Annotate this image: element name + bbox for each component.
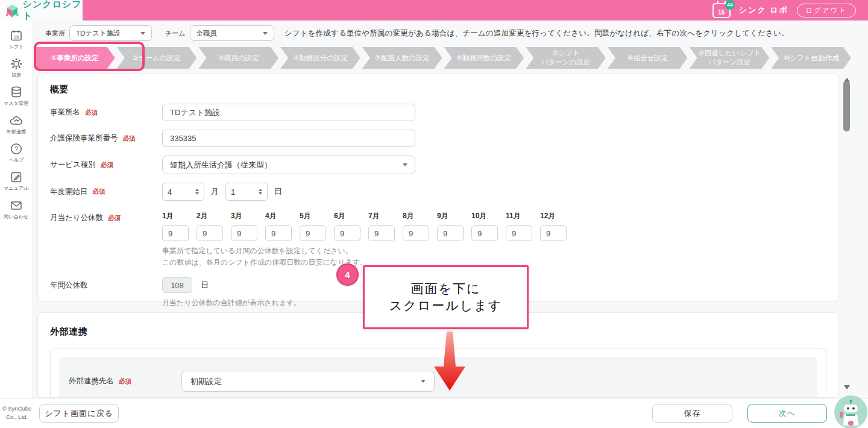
wizard-step-5[interactable]: ⑤配置人数の設定	[362, 47, 442, 69]
svg-text:?: ?	[14, 145, 18, 153]
sidebar-item-shift[interactable]: 15シフト	[0, 27, 33, 52]
annotation-text-line1: 画面を下に	[411, 280, 481, 297]
sidebar-item-label: マスタ管理	[4, 100, 29, 107]
manual-icon	[10, 171, 23, 184]
robot-avatar[interactable]	[834, 395, 867, 428]
sidebar-item-contact[interactable]: 問い合わせ	[0, 197, 33, 222]
month-column-5: 5月	[300, 211, 326, 241]
wizard-step-3[interactable]: ③職員の設定	[198, 47, 278, 69]
annotation-callout: 画面を下に スクロールします	[363, 265, 529, 329]
office-name-input[interactable]	[162, 104, 415, 121]
header-calendar-day: 15	[718, 8, 725, 17]
mail-icon	[10, 199, 23, 212]
fiscal-start-day-stepper[interactable]: 1	[225, 183, 268, 201]
team-select[interactable]: 全職員	[190, 25, 274, 41]
sidebar-item-settings[interactable]: 設定	[0, 55, 33, 81]
month-column-7: 7月	[368, 211, 395, 241]
office-label: 事業所	[45, 29, 65, 38]
wizard-step-4[interactable]: ④勤務区分の設定	[280, 47, 360, 69]
service-type-row: サービス種別 必須 短期入所生活介護（従来型）	[50, 156, 826, 174]
service-type-select[interactable]: 短期入所生活介護（従来型）	[162, 156, 415, 174]
required-badge: 必須	[123, 134, 136, 143]
monthly-holidays-inputs: 1月2月3月4月5月6月7月8月9月10月11月12月	[162, 211, 567, 241]
cube-logo-icon	[5, 2, 19, 18]
day-unit: 日	[274, 186, 282, 197]
wizard-step-1[interactable]: ①事業所の設定	[35, 47, 115, 69]
team-select-value: 全職員	[197, 29, 218, 38]
fiscal-start-day-value: 1	[231, 187, 235, 197]
month-column-8: 8月	[403, 211, 429, 241]
fiscal-start-label: 年度開始日	[50, 187, 88, 197]
office-select-value: TDテスト施設	[76, 29, 121, 38]
scrollbar-down-arrow[interactable]	[844, 385, 850, 392]
monthly-holidays-row: 月当たり公休数 必須 1月2月3月4月5月6月7月8月9月10月11月12月	[50, 211, 826, 241]
wizard-step-6[interactable]: ⑥勤務回数の設定	[444, 47, 524, 69]
svg-text:15: 15	[14, 34, 19, 40]
month-column-1: 1月	[162, 211, 189, 241]
monthly-holiday-input-11[interactable]	[506, 225, 532, 241]
wizard-step-2[interactable]: ②チームの設定	[117, 47, 197, 69]
app-logo[interactable]: シンクロシフト	[0, 0, 83, 20]
notification-badge: 44	[725, 0, 735, 10]
fiscal-start-month-value: 4	[168, 187, 172, 197]
chevron-down-icon	[403, 163, 407, 169]
monthly-holiday-input-4[interactable]	[265, 225, 292, 241]
required-badge: 必須	[108, 214, 121, 222]
monthly-holiday-input-3[interactable]	[231, 225, 257, 241]
fiscal-start-month-stepper[interactable]: 4	[162, 183, 204, 201]
chevron-down-icon	[421, 380, 426, 385]
sidebar-item-help[interactable]: ?ヘルプ	[0, 140, 33, 166]
monthly-holiday-input-12[interactable]	[540, 225, 567, 241]
sidebar-item-label: 設定	[11, 72, 21, 78]
app-root: シンクロシフト 15 44 シンク ロボ ログアウト 15シフト設定マスタ管理外…	[0, 0, 868, 428]
cloud-sync-icon	[9, 114, 24, 127]
wizard-stepbar: ①事業所の設定②チームの設定③職員の設定④勤務区分の設定⑤配置人数の設定⑥勤務回…	[35, 47, 851, 69]
sidebar-item-external[interactable]: 外部連携	[0, 112, 33, 137]
sidebar: 15シフト設定マスタ管理外部連携?ヘルプマニュアル問い合わせ	[0, 20, 33, 398]
wizard-step-9[interactable]: ⑨回避したいシフトパターン設定	[690, 47, 770, 69]
sidebar-item-label: 問い合わせ	[4, 213, 29, 220]
wizard-step-8[interactable]: ⑧組合せ設定	[608, 47, 688, 69]
monthly-holiday-input-10[interactable]	[471, 225, 498, 241]
header-calendar-icon[interactable]: 15 44	[712, 3, 731, 18]
sidebar-item-manual[interactable]: マニュアル	[0, 169, 33, 194]
team-label: チーム	[165, 29, 186, 38]
month-column-9: 9月	[437, 211, 464, 241]
month-label: 6月	[334, 211, 360, 221]
annotation-step-badge: 4	[336, 263, 359, 286]
scrollbar-thumb[interactable]	[843, 81, 850, 131]
overview-heading: 概要	[50, 84, 826, 95]
monthly-holiday-input-1[interactable]	[162, 225, 189, 241]
back-to-shift-button[interactable]: シフト画面に戻る	[39, 404, 119, 423]
monthly-holiday-input-9[interactable]	[437, 225, 464, 241]
logout-button[interactable]: ログアウト	[797, 4, 856, 17]
month-label: 1月	[162, 211, 189, 221]
annotation-text-line2: スクロールします	[389, 297, 502, 314]
chevron-down-icon	[140, 32, 145, 37]
monthly-holiday-input-7[interactable]	[368, 225, 395, 241]
save-button[interactable]: 保存	[652, 404, 732, 423]
monthly-holiday-input-8[interactable]	[403, 225, 429, 241]
month-column-10: 10月	[471, 211, 498, 241]
help-icon: ?	[10, 142, 23, 156]
sidebar-item-label: マニュアル	[4, 185, 28, 192]
wizard-step-10[interactable]: ⑩シフト自動作成	[771, 47, 851, 69]
office-select[interactable]: TDテスト施設	[69, 25, 152, 41]
next-button[interactable]: 次へ	[747, 404, 827, 423]
monthly-holiday-input-5[interactable]	[300, 225, 326, 241]
stepper-arrows-icon	[259, 187, 262, 197]
database-icon	[10, 86, 23, 99]
annotation-arrow-icon	[433, 332, 466, 392]
required-badge: 必須	[119, 377, 131, 386]
monthly-holiday-input-2[interactable]	[197, 225, 223, 241]
calendar-icon: 15	[10, 29, 23, 42]
external-name-select[interactable]: 初期設定	[181, 371, 435, 392]
monthly-holidays-label: 月当たり公休数	[50, 213, 103, 223]
insurance-number-input[interactable]	[162, 130, 415, 147]
service-type-value: 短期入所生活介護（従来型）	[170, 160, 272, 171]
toolbar-instruction: シフトを作成する単位や所属の変更がある場合は、チームの追加変更を行ってください。…	[285, 28, 789, 39]
monthly-holiday-input-6[interactable]	[334, 225, 360, 241]
sidebar-item-master[interactable]: マスタ管理	[0, 84, 33, 109]
copyright: © SynCube Co., Ltd.	[0, 404, 34, 422]
wizard-step-7[interactable]: ⑦シフトパターンの設定	[526, 47, 606, 69]
